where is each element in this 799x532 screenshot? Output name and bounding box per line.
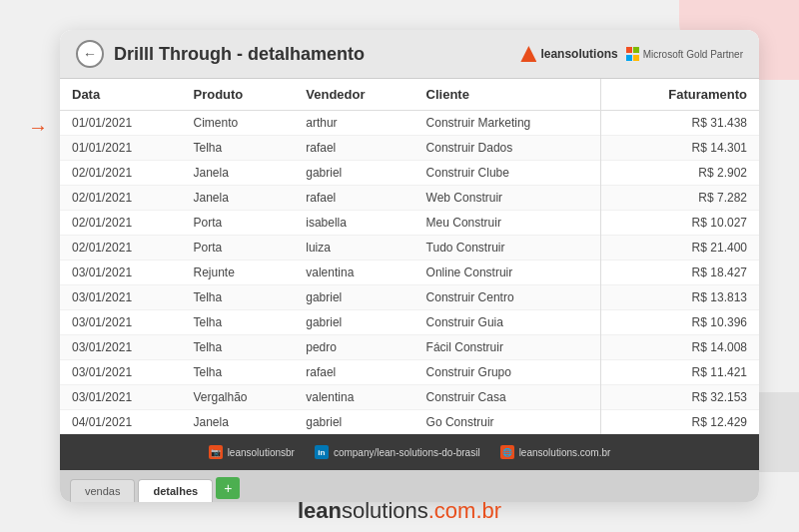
table-wrapper[interactable]: Data Produto Vendedor Cliente Faturament…	[60, 79, 759, 434]
table-row: 03/01/2021RejuntevalentinaOnline Constru…	[60, 261, 759, 285]
table-row: 03/01/2021VergalhãovalentinaConstruir Ca…	[60, 385, 759, 410]
cell-produto: Rejunte	[181, 261, 294, 285]
cell-data: 03/01/2021	[60, 360, 181, 385]
cell-produto: Telha	[181, 360, 294, 385]
cell-produto: Telha	[181, 310, 294, 335]
brand-solutions: solutions	[342, 498, 428, 523]
cell-vendedor: gabriel	[294, 285, 413, 310]
cell-produto: Telha	[181, 335, 294, 360]
cell-vendedor: gabriel	[294, 410, 413, 435]
lean-logo-text: leansolutions	[540, 47, 617, 61]
web-icon: 🌐	[500, 445, 514, 459]
cell-data: 03/01/2021	[60, 310, 181, 335]
cell-vendedor: arthur	[294, 111, 413, 136]
ms-logo-text: Microsoft	[643, 49, 684, 60]
cell-faturamento: R$ 11.421	[600, 360, 759, 385]
cell-cliente: Fácil Construir	[414, 335, 601, 360]
cell-data: 02/01/2021	[60, 211, 181, 236]
cell-data: 02/01/2021	[60, 236, 181, 261]
table-header-row: Data Produto Vendedor Cliente Faturament…	[60, 79, 759, 111]
cell-cliente: Online Construir	[414, 261, 601, 285]
cell-data: 02/01/2021	[60, 186, 181, 211]
linkedin-icon: in	[315, 445, 329, 459]
cell-data: 01/01/2021	[60, 136, 181, 161]
ms-squares-icon	[626, 47, 640, 61]
cell-cliente: Construir Centro	[414, 285, 601, 310]
tab-add-button[interactable]: +	[216, 477, 240, 499]
content-area: Data Produto Vendedor Cliente Faturament…	[60, 79, 759, 434]
cell-data: 02/01/2021	[60, 161, 181, 186]
cell-cliente: Construir Clube	[414, 161, 601, 186]
cell-vendedor: pedro	[294, 335, 413, 360]
cell-vendedor: valentina	[294, 385, 413, 410]
cell-cliente: Construir Dados	[414, 136, 601, 161]
table-row: 03/01/2021TelhagabrielConstruir CentroR$…	[60, 285, 759, 310]
main-window: ← Drilll Through - detalhamento leansolu…	[60, 30, 759, 502]
footer-linkedin-label: company/lean-solutions-do-brasil	[334, 447, 480, 458]
cell-cliente: Construir Casa	[414, 385, 601, 410]
brand-lean: lean	[298, 498, 342, 523]
table-row: 01/01/2021CimentoarthurConstruir Marketi…	[60, 111, 759, 136]
cell-produto: Janela	[181, 186, 294, 211]
table-row: 03/01/2021TelharafaelConstruir GrupoR$ 1…	[60, 360, 759, 385]
instagram-icon: 📷	[209, 445, 223, 459]
cell-faturamento: R$ 31.438	[600, 111, 759, 136]
cell-vendedor: luiza	[294, 236, 413, 261]
cell-vendedor: rafael	[294, 186, 413, 211]
cell-faturamento: R$ 2.902	[600, 161, 759, 186]
cell-faturamento: R$ 21.400	[600, 236, 759, 261]
footer-item-linkedin: in company/lean-solutions-do-brasil	[315, 445, 480, 459]
cell-cliente: Go Construir	[414, 410, 601, 435]
cell-faturamento: R$ 7.282	[600, 186, 759, 211]
table-row: 03/01/2021TelhagabrielConstruir GuiaR$ 1…	[60, 310, 759, 335]
cell-cliente: Construir Grupo	[414, 360, 601, 385]
lean-logo-triangle	[520, 46, 536, 62]
cell-produto: Janela	[181, 410, 294, 435]
table-row: 01/01/2021TelharafaelConstruir DadosR$ 1…	[60, 136, 759, 161]
data-table: Data Produto Vendedor Cliente Faturament…	[60, 79, 759, 434]
col-header-cliente: Cliente	[414, 79, 601, 111]
table-row: 03/01/2021TelhapedroFácil ConstruirR$ 14…	[60, 335, 759, 360]
col-header-vendedor: Vendedor	[294, 79, 413, 111]
cell-cliente: Tudo Construir	[414, 236, 601, 261]
cell-data: 03/01/2021	[60, 385, 181, 410]
cell-data: 03/01/2021	[60, 335, 181, 360]
cell-data: 03/01/2021	[60, 261, 181, 285]
brand-dot-com-br: .com.br	[428, 498, 501, 523]
cell-produto: Telha	[181, 285, 294, 310]
cell-vendedor: rafael	[294, 360, 413, 385]
cell-data: 01/01/2021	[60, 111, 181, 136]
cell-produto: Vergalhão	[181, 385, 294, 410]
cell-cliente: Web Construir	[414, 186, 601, 211]
table-row: 02/01/2021PortaisabellaMeu ConstruirR$ 1…	[60, 211, 759, 236]
header-left: ← Drilll Through - detalhamento	[76, 40, 365, 68]
cell-produto: Janela	[181, 161, 294, 186]
page-title: Drilll Through - detalhamento	[114, 44, 365, 65]
cell-vendedor: valentina	[294, 261, 413, 285]
cell-cliente: Meu Construir	[414, 211, 601, 236]
cell-faturamento: R$ 10.396	[600, 310, 759, 335]
footer-instagram-label: leansolutionsbr	[228, 447, 295, 458]
cell-vendedor: gabriel	[294, 310, 413, 335]
bottom-branding: leansolutions.com.br	[0, 498, 799, 524]
cell-data: 04/01/2021	[60, 410, 181, 435]
table-row: 02/01/2021JanelagabrielConstruir ClubeR$…	[60, 161, 759, 186]
footer-bar: 📷 leansolutionsbr in company/lean-soluti…	[60, 434, 759, 470]
lean-logo: leansolutions	[520, 46, 617, 62]
cell-cliente: Construir Guia	[414, 310, 601, 335]
table-row: 02/01/2021PortaluizaTudo ConstruirR$ 21.…	[60, 236, 759, 261]
ms-partner-text: Gold Partner	[686, 49, 743, 60]
cell-vendedor: gabriel	[294, 161, 413, 186]
cell-data: 03/01/2021	[60, 285, 181, 310]
footer-item-instagram: 📷 leansolutionsbr	[209, 445, 295, 459]
footer-item-web: 🌐 leansolutions.com.br	[500, 445, 611, 459]
header-logos: leansolutions Microsoft Gold Partner	[520, 46, 743, 62]
back-button[interactable]: ←	[76, 40, 104, 68]
table-row: 02/01/2021JanelarafaelWeb ConstruirR$ 7.…	[60, 186, 759, 211]
arrow-indicator: →	[28, 116, 48, 139]
cell-produto: Porta	[181, 211, 294, 236]
cell-cliente: Construir Marketing	[414, 111, 601, 136]
cell-vendedor: isabella	[294, 211, 413, 236]
cell-faturamento: R$ 32.153	[600, 385, 759, 410]
footer-web-label: leansolutions.com.br	[519, 447, 611, 458]
